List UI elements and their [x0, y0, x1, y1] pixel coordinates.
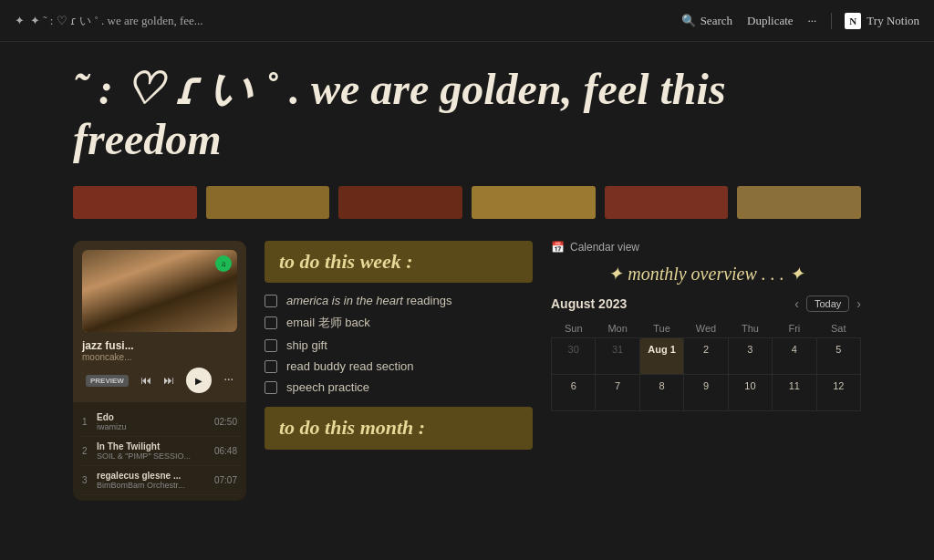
search-icon: 🔍 — [681, 14, 696, 28]
cal-cell-8[interactable]: 8 — [639, 375, 683, 411]
swatch-2 — [206, 186, 330, 219]
track-sub: BimBomBam Orchestr... — [97, 481, 209, 490]
cal-cell-2[interactable]: 2 — [684, 338, 728, 375]
todo-month-section: to do this month : — [265, 407, 533, 449]
track-item-3[interactable]: 3 regalecus glesne ... BimBomBam Orchest… — [80, 466, 239, 495]
try-notion-button[interactable]: N Try Notion — [831, 13, 919, 29]
sparkle-icon: ✦ — [15, 14, 25, 28]
todo-week-section: to do this week : america is in the hear… — [265, 241, 533, 501]
calendar-view-label[interactable]: Calendar view — [570, 241, 639, 254]
calendar-today-button[interactable]: Today — [806, 296, 849, 312]
nav-title: ✦ ˜ : ♡ ɾ い ˚ . we are golden, fee... — [30, 13, 203, 29]
more-button[interactable]: ··· — [808, 14, 817, 28]
page-title: ˜ : ♡ ɾ い ˚ . we are golden, feel this f… — [73, 64, 861, 164]
calendar-row-1: 30 31 Aug 1 2 3 4 5 — [552, 338, 861, 375]
calendar-next-button[interactable]: › — [856, 296, 861, 311]
cal-day-thu: Thu — [728, 319, 772, 338]
duplicate-button[interactable]: Duplicate — [747, 14, 794, 28]
calendar-icon: 📅 — [551, 241, 565, 254]
color-swatches — [73, 186, 861, 219]
todo-text-2: email 老师 back — [286, 315, 370, 331]
skip-button[interactable]: ⏭ — [163, 374, 174, 388]
track-name: jazz fusi... — [82, 339, 134, 352]
player-controls: PREVIEW ⏮ ⏭ ▶ ··· — [82, 368, 237, 393]
search-button[interactable]: 🔍 Search — [681, 14, 732, 28]
todo-text-1: america is in the heart readings — [286, 294, 451, 307]
cal-day-fri: Fri — [773, 319, 816, 338]
cal-cell-aug1[interactable]: Aug 1 — [639, 338, 683, 375]
track-list: 1 Edo iwamizu 02:50 2 In The Twilight SO… — [73, 402, 246, 501]
album-art-image — [82, 250, 237, 332]
cal-day-sun: Sun — [552, 319, 596, 338]
swatch-6 — [737, 186, 861, 219]
todo-item-1: america is in the heart readings — [265, 294, 533, 307]
preview-badge: PREVIEW — [86, 375, 129, 387]
todo-item-2: email 老师 back — [265, 315, 533, 331]
checkbox-5[interactable] — [265, 381, 277, 394]
cal-day-mon: Mon — [596, 319, 639, 338]
calendar-row-2: 6 7 8 9 10 11 12 — [552, 375, 861, 411]
rewind-button[interactable]: ⏮ — [140, 374, 151, 388]
cal-day-wed: Wed — [684, 319, 728, 338]
todo-items-list: america is in the heart readings email 老… — [265, 294, 533, 394]
track-title: Edo — [97, 412, 209, 422]
cal-cell-30[interactable]: 30 — [552, 338, 596, 375]
track-duration: 02:50 — [214, 417, 237, 427]
checkbox-1[interactable] — [265, 295, 277, 307]
checkbox-4[interactable] — [265, 360, 277, 373]
main-content: ˜ : ♡ ɾ い ˚ . we are golden, feel this f… — [0, 42, 934, 501]
calendar-view-header: 📅 Calendar view — [551, 241, 861, 254]
track-info: jazz fusi... mooncake... — [82, 339, 237, 362]
cal-cell-7[interactable]: 7 — [596, 375, 639, 411]
top-nav: ✦ ✦ ˜ : ♡ ɾ い ˚ . we are golden, fee... … — [0, 0, 934, 42]
track-title: regalecus glesne ... — [97, 471, 209, 481]
cal-cell-6[interactable]: 6 — [552, 375, 596, 411]
music-player: ♫ jazz fusi... mooncake... PREVIEW ⏮ ⏭ ▶… — [73, 241, 246, 501]
track-sub: SOIL & "PIMP" SESSIO... — [97, 451, 209, 461]
track-duration: 07:07 — [214, 475, 237, 485]
swatch-1 — [73, 186, 197, 219]
calendar-month: August 2023 — [551, 296, 627, 311]
track-details: In The Twilight SOIL & "PIMP" SESSIO... — [97, 441, 209, 461]
swatch-3 — [338, 186, 462, 219]
player-more-button[interactable]: ··· — [223, 373, 234, 388]
monthly-overview-title: ✦ monthly overview . . . ✦ — [551, 263, 861, 285]
track-item-2[interactable]: 2 In The Twilight SOIL & "PIMP" SESSIO..… — [80, 437, 239, 466]
todo-item-5: speech practice — [265, 380, 533, 394]
notion-icon: N — [845, 13, 861, 29]
todo-item-4: read buddy read section — [265, 359, 533, 373]
todo-text-3: ship gift — [286, 338, 327, 352]
calendar-grid: Sun Mon Tue Wed Thu Fri Sat 30 31 Aug 1 — [551, 319, 861, 411]
todo-week-title: to do this week : — [265, 241, 533, 283]
checkbox-3[interactable] — [265, 339, 277, 352]
cal-cell-11[interactable]: 11 — [773, 375, 816, 411]
play-button[interactable]: ▶ — [186, 368, 212, 393]
track-title: In The Twilight — [97, 441, 209, 451]
todo-text-5: speech practice — [286, 380, 369, 394]
todo-item-3: ship gift — [265, 338, 533, 352]
swatch-4 — [472, 186, 596, 219]
calendar-section: 📅 Calendar view ✦ monthly overview . . .… — [551, 241, 861, 501]
body-row: ♫ jazz fusi... mooncake... PREVIEW ⏮ ⏭ ▶… — [73, 241, 861, 501]
cal-cell-3[interactable]: 3 — [728, 338, 772, 375]
player-top: ♫ jazz fusi... mooncake... PREVIEW ⏮ ⏭ ▶… — [73, 241, 246, 402]
cal-cell-5[interactable]: 5 — [816, 338, 860, 375]
track-num: 3 — [82, 475, 91, 485]
nav-actions: 🔍 Search Duplicate ··· N Try Notion — [681, 13, 919, 29]
cal-cell-10[interactable]: 10 — [728, 375, 772, 411]
cal-cell-4[interactable]: 4 — [773, 338, 816, 375]
checkbox-2[interactable] — [265, 316, 277, 329]
cal-cell-9[interactable]: 9 — [684, 375, 728, 411]
track-artist: mooncake... — [82, 352, 134, 362]
cal-cell-31[interactable]: 31 — [596, 338, 639, 375]
calendar-prev-button[interactable]: ‹ — [794, 296, 799, 311]
cal-day-sat: Sat — [816, 319, 860, 338]
track-num: 1 — [82, 417, 91, 427]
track-num: 2 — [82, 446, 91, 456]
track-sub: iwamizu — [97, 422, 209, 431]
swatch-5 — [605, 186, 729, 219]
track-details: Edo iwamizu — [97, 412, 209, 431]
cal-cell-12[interactable]: 12 — [816, 375, 860, 411]
calendar-nav-right: ‹ Today › — [794, 296, 861, 312]
track-item-1[interactable]: 1 Edo iwamizu 02:50 — [80, 408, 239, 437]
